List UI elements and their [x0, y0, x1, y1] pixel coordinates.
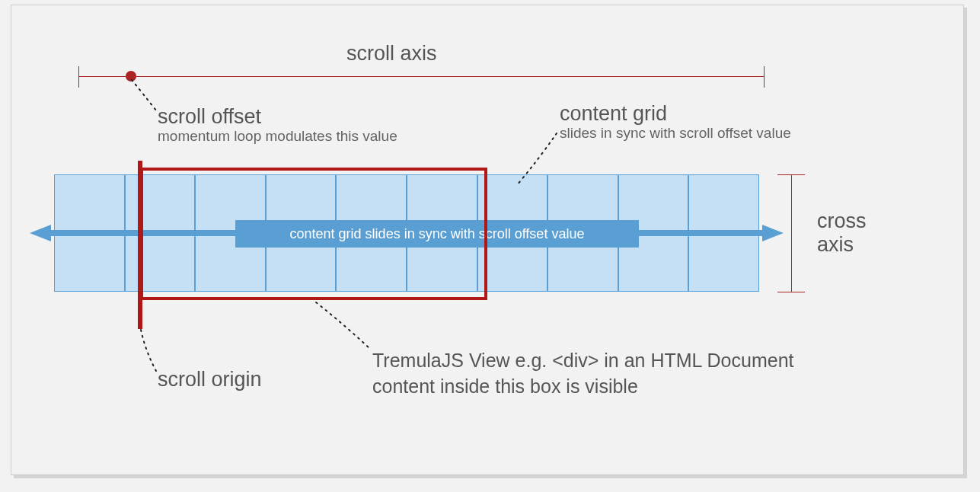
cross-axis-bracket-top: [777, 174, 805, 175]
scroll-axis-tick-left: [78, 66, 79, 88]
cross-axis-label-line2: axis: [817, 233, 867, 257]
scroll-offset-label-block: scroll offset momentum loop modulates th…: [158, 106, 397, 145]
scroll-axis-line: [78, 76, 764, 77]
view-description-line1: TremulaJS View e.g. <div> in an HTML Doc…: [372, 348, 793, 374]
cross-axis-bracket-bottom: [777, 292, 805, 292]
scroll-offset-dot: [126, 71, 136, 81]
svg-marker-1: [30, 225, 51, 241]
scroll-origin-bar: [138, 161, 142, 329]
scroll-axis-tick-right: [764, 66, 765, 88]
diagram-panel: scroll axis scroll offset momentum loop …: [11, 5, 964, 475]
diagram-frame: scroll axis scroll offset momentum loop …: [0, 0, 980, 492]
grid-cell: [688, 233, 759, 292]
scroll-offset-title: scroll offset: [158, 106, 397, 127]
tremula-view-box: [140, 168, 487, 300]
content-grid-label-block: content grid slides in sync with scroll …: [560, 103, 791, 142]
view-description-line2: content inside this box is visible: [372, 374, 793, 400]
svg-marker-2: [762, 225, 784, 241]
content-grid-subtitle: slides in sync with scroll offset value: [560, 126, 791, 142]
scroll-axis-label: scroll axis: [346, 42, 437, 65]
scroll-offset-subtitle: momentum loop modulates this value: [158, 129, 397, 145]
cross-axis-label: cross axis: [817, 209, 867, 257]
content-grid-title: content grid: [560, 103, 791, 124]
grid-cell: [54, 233, 125, 292]
cross-axis-label-line1: cross: [817, 209, 867, 233]
cross-axis-bracket-vertical: [791, 174, 792, 292]
view-description: TremulaJS View e.g. <div> in an HTML Doc…: [372, 348, 793, 400]
scroll-origin-label: scroll origin: [158, 368, 262, 391]
